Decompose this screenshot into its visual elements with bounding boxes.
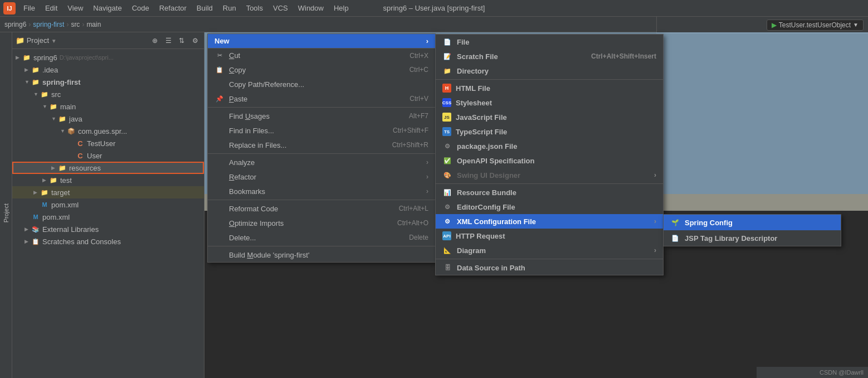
toolbar-sort-btn[interactable]: ⇅ — [176, 35, 187, 46]
tree-item-test[interactable]: ▶ 📁 test — [12, 174, 204, 186]
ctx-find-usages[interactable]: Find Usages Alt+F7 — [208, 109, 435, 123]
ctx-analyze[interactable]: Analyze › — [208, 155, 435, 169]
new-diagram-item[interactable]: 📐 Diagram › — [436, 243, 663, 258]
tree-item-src[interactable]: ▼ 📁 src — [12, 88, 204, 100]
new-editorconfig-label: EditorConfig File — [457, 203, 656, 211]
spring-config-icon: 🌱 — [670, 217, 680, 227]
toolbar-settings-btn[interactable]: ⚙ — [189, 35, 201, 46]
menu-refactor[interactable]: Refactor — [155, 3, 191, 13]
menu-window[interactable]: Window — [294, 3, 328, 13]
new-html-item[interactable]: H HTML File — [436, 81, 663, 95]
menu-vcs[interactable]: VCS — [269, 3, 292, 13]
tree-item-pom1[interactable]: M pom.xml — [12, 198, 204, 211]
ctx-replace-in-files-label: Replace in Files... — [229, 141, 381, 149]
menu-edit[interactable]: Edit — [41, 3, 62, 13]
openapi-icon: ✅ — [442, 156, 452, 166]
tree-label-scratches: Scratches and Consoles — [42, 238, 121, 246]
context-menu: New › 📄 File 📝 Scratch File Ctrl+Alt+Shi… — [207, 33, 436, 263]
menu-navigate[interactable]: Navigate — [89, 3, 126, 13]
new-pkgjson-item[interactable]: ⚙ package.json File — [436, 139, 663, 153]
new-resource-bundle-item[interactable]: 📊 Resource Bundle — [436, 185, 663, 200]
new-editorconfig-item[interactable]: ⚙ EditorConfig File — [436, 200, 663, 214]
new-scratch-item[interactable]: 📝 Scratch File Ctrl+Alt+Shift+Insert — [436, 49, 663, 64]
menu-view[interactable]: View — [63, 3, 87, 13]
run-config-bar: ▶ TestUser.testUserObject ▼ — [656, 17, 868, 33]
ctx-delete[interactable]: Delete... Delete — [208, 230, 435, 245]
new-js-item[interactable]: JS JavaScript File — [436, 110, 663, 124]
jsp-tag-item[interactable]: 📄 JSP Tag Library Descriptor — [664, 230, 841, 246]
xml-config-icon: ⚙ — [442, 216, 452, 226]
tree-item-pom2[interactable]: M pom.xml — [12, 211, 204, 223]
new-pkgjson-label: package.json File — [457, 142, 656, 151]
ctx-copy-shortcut: Ctrl+C — [409, 66, 428, 74]
menu-build[interactable]: Build — [192, 3, 217, 13]
tree-area: ▶ 📁 spring6 D:\javaproject\spri... ▶ 📁 .… — [12, 49, 204, 378]
new-http-item[interactable]: API HTTP Request — [436, 229, 663, 243]
sidebar-toolbar: 📁 Project ▼ ⊕ ☰ ⇅ ⚙ — [12, 32, 204, 49]
new-swing-item[interactable]: 🎨 Swing UI Designer › — [436, 168, 663, 182]
ctx-copy[interactable]: 📋 Copy Ctrl+C — [208, 62, 435, 77]
src-folder-icon: 📁 — [40, 90, 49, 99]
menu-file[interactable]: File — [19, 3, 40, 13]
tree-item-ext-libs[interactable]: ▶ 📚 External Libraries — [12, 223, 204, 235]
menu-help[interactable]: Help — [329, 3, 353, 13]
new-datasource-item[interactable]: 🗄 Data Source in Path — [436, 260, 663, 275]
breadcrumb-src[interactable]: src — [71, 21, 80, 28]
ctx-copy-path[interactable]: Copy Path/Reference... — [208, 77, 435, 91]
ctx-build-module[interactable]: Build Module 'spring-first' — [208, 248, 435, 262]
ctx-optimize[interactable]: Optimize Imports Ctrl+Alt+O — [208, 216, 435, 230]
menu-run[interactable]: Run — [218, 3, 241, 13]
breadcrumb-main[interactable]: main — [86, 21, 101, 28]
toolbar-list-btn[interactable]: ☰ — [163, 35, 174, 46]
ctx-cut[interactable]: ✂ Cut Ctrl+X — [208, 48, 435, 62]
ctx-bookmarks[interactable]: Bookmarks › — [208, 184, 435, 198]
tree-item-spring-first[interactable]: ▼ 📁 spring-first — [12, 76, 204, 88]
tree-label-target: target — [51, 188, 70, 197]
ctx-reformat[interactable]: Reformat Code Ctrl+Alt+L — [208, 201, 435, 216]
ctx-find-in-files[interactable]: Find in Files... Ctrl+Shift+F — [208, 123, 435, 138]
scratches-icon: 📋 — [31, 237, 40, 246]
tree-arrow-scratches: ▶ — [25, 239, 31, 244]
breadcrumb-spring6[interactable]: spring6 — [4, 21, 26, 28]
ctx-menu-header: New › 📄 File 📝 Scratch File Ctrl+Alt+Shi… — [208, 34, 435, 48]
tree-item-idea[interactable]: ▶ 📁 .idea — [12, 64, 204, 76]
ctx-paste[interactable]: 📌 Paste Ctrl+V — [208, 91, 435, 106]
new-xml-config-label: XML Configuration File — [457, 217, 650, 226]
new-ts-item[interactable]: TS TypeScript File — [436, 124, 663, 139]
ctx-build-module-label: Build Module 'spring-first' — [229, 251, 428, 259]
project-tab[interactable]: Project — [0, 32, 12, 378]
ctx-reformat-shortcut: Ctrl+Alt+L — [399, 205, 428, 212]
main-folder-icon: 📁 — [49, 102, 58, 111]
tree-item-target[interactable]: ▶ 📁 target — [12, 186, 204, 198]
tree-item-scratches[interactable]: ▶ 📋 Scratches and Consoles — [12, 235, 204, 248]
diagram-icon: 📐 — [442, 245, 452, 255]
new-stylesheet-item[interactable]: CSS Stylesheet — [436, 95, 663, 110]
ctx-find-in-files-shortcut: Ctrl+Shift+F — [393, 127, 428, 134]
spring-config-item[interactable]: 🌱 Spring Config — [664, 215, 841, 230]
tree-item-java[interactable]: ▼ 📁 java — [12, 113, 204, 125]
java-class-icon: C — [76, 139, 85, 148]
new-openapi-item[interactable]: ✅ OpenAPI Specification — [436, 153, 663, 168]
project-tab-label[interactable]: Project — [1, 199, 12, 227]
ctx-refactor[interactable]: Refactor › — [208, 169, 435, 184]
menu-tools[interactable]: Tools — [242, 3, 267, 13]
tree-item-resources[interactable]: ▶ 📁 resources — [12, 162, 204, 174]
tree-item-user[interactable]: C User — [12, 149, 204, 162]
tree-item-spring6[interactable]: ▶ 📁 spring6 D:\javaproject\spri... — [12, 51, 204, 64]
new-file-item[interactable]: 📄 File — [436, 35, 663, 49]
tree-arrow-target: ▶ — [33, 190, 40, 195]
tree-label-user: User — [87, 152, 102, 160]
menu-code[interactable]: Code — [128, 3, 154, 13]
run-config-dropdown[interactable]: ▶ TestUser.testUserObject ▼ — [767, 20, 864, 31]
sidebar-toolbar-label: 📁 Project ▼ — [16, 36, 147, 45]
toolbar-add-btn[interactable]: ⊕ — [149, 35, 160, 46]
new-directory-item[interactable]: 📁 Directory — [436, 64, 663, 78]
new-xml-config-item[interactable]: ⚙ XML Configuration File › 🌱 Spring Conf… — [436, 214, 663, 229]
breadcrumb-spring-first[interactable]: spring-first — [33, 21, 64, 28]
copy-icon: 📋 — [214, 65, 225, 75]
tree-item-main[interactable]: ▼ 📁 main — [12, 100, 204, 113]
tree-item-com-gues[interactable]: ▼ 📦 com.gues.spr... — [12, 125, 204, 137]
ctx-replace-in-files[interactable]: Replace in Files... Ctrl+Shift+R — [208, 138, 435, 152]
js-icon: JS — [442, 113, 451, 122]
tree-item-testuser[interactable]: C TestUser — [12, 137, 204, 149]
